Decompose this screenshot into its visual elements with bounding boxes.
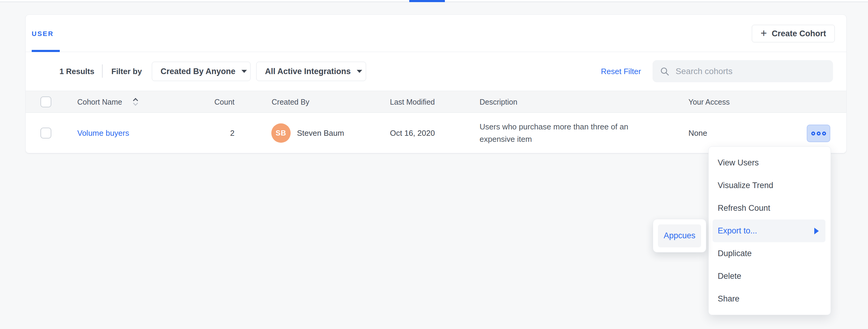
chevron-down-icon bbox=[357, 70, 362, 73]
created-by-dropdown-value: Created By Anyone bbox=[161, 67, 236, 76]
menu-item-delete[interactable]: Delete bbox=[709, 265, 831, 287]
chevron-down-icon bbox=[242, 70, 247, 73]
select-all-checkbox[interactable] bbox=[40, 97, 51, 107]
column-created-by: Created By bbox=[272, 98, 309, 106]
column-last-modified: Last Modified bbox=[390, 98, 435, 106]
last-modified-value: Oct 16, 2020 bbox=[390, 128, 435, 138]
export-to-label: Export to... bbox=[718, 226, 757, 236]
integrations-dropdown[interactable]: All Active Integrations bbox=[256, 62, 366, 81]
filter-by-label: Filter by bbox=[112, 67, 142, 76]
created-by-value: Steven Baum bbox=[297, 128, 344, 138]
row-actions-button[interactable] bbox=[807, 125, 830, 142]
tab-user-underline bbox=[32, 50, 60, 52]
ellipsis-icon bbox=[811, 132, 815, 135]
search-input[interactable] bbox=[676, 66, 826, 76]
create-cohort-button[interactable]: + Create Cohort bbox=[752, 25, 835, 42]
menu-item-duplicate[interactable]: Duplicate bbox=[709, 242, 831, 265]
cohorts-card: USER + Create Cohort 1 Results Filter by… bbox=[25, 15, 846, 154]
create-cohort-label: Create Cohort bbox=[772, 29, 826, 38]
cohort-name-link[interactable]: Volume buyers bbox=[77, 128, 129, 138]
actions-context-menu: View Users Visualize Trend Refresh Count… bbox=[708, 146, 831, 315]
sort-icon[interactable] bbox=[134, 99, 137, 105]
submenu-arrow-icon bbox=[814, 228, 819, 235]
your-access-value: None bbox=[688, 128, 707, 138]
ellipsis-icon bbox=[817, 132, 820, 135]
search-icon bbox=[660, 66, 670, 77]
menu-item-visualize-trend[interactable]: Visualize Trend bbox=[709, 174, 831, 197]
filter-bar: 1 Results Filter by Created By Anyone Al… bbox=[26, 52, 846, 91]
menu-item-view-users[interactable]: View Users bbox=[709, 152, 831, 174]
reset-filter-link[interactable]: Reset Filter bbox=[601, 67, 641, 76]
tab-bar: USER + Create Cohort bbox=[26, 15, 846, 52]
cohorts-page: USER + Create Cohort 1 Results Filter by… bbox=[0, 0, 868, 329]
tab-user[interactable]: USER bbox=[32, 30, 54, 38]
divider bbox=[102, 64, 103, 78]
ellipsis-icon bbox=[822, 132, 826, 135]
description-value: Users who purchase more than three of an… bbox=[479, 121, 661, 145]
export-submenu: Appcues bbox=[653, 219, 706, 252]
avatar: SB bbox=[271, 124, 291, 143]
cohort-count: 2 bbox=[195, 128, 235, 138]
column-count: Count bbox=[195, 98, 235, 106]
top-tab-bar-edge bbox=[0, 0, 868, 2]
created-by-dropdown[interactable]: Created By Anyone bbox=[152, 62, 250, 81]
column-cohort-name[interactable]: Cohort Name bbox=[77, 98, 122, 106]
menu-item-export-to[interactable]: Export to... bbox=[713, 220, 826, 242]
table-header: Cohort Name Count Created By Last Modifi… bbox=[26, 91, 846, 113]
menu-item-refresh-count[interactable]: Refresh Count bbox=[709, 197, 831, 220]
results-count: 1 Results bbox=[59, 67, 94, 76]
active-top-tab-indicator[interactable] bbox=[409, 0, 445, 2]
column-description: Description bbox=[479, 98, 517, 106]
integrations-dropdown-value: All Active Integrations bbox=[265, 67, 351, 76]
submenu-item-appcues[interactable]: Appcues bbox=[658, 224, 701, 247]
search-cohorts-box[interactable] bbox=[652, 60, 833, 82]
menu-item-share[interactable]: Share bbox=[709, 287, 831, 310]
row-checkbox[interactable] bbox=[40, 128, 51, 138]
column-your-access: Your Access bbox=[688, 98, 730, 106]
plus-icon: + bbox=[761, 28, 767, 39]
